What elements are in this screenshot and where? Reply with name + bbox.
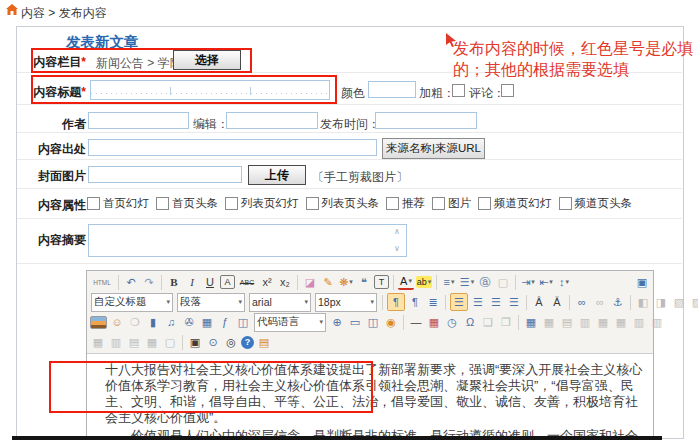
picture-frame-icon[interactable]: ▦ <box>199 314 215 330</box>
insert-col-left-icon[interactable]: ▥ <box>631 314 647 330</box>
sticker-icon[interactable]: ❍ <box>127 314 143 330</box>
upload-button[interactable]: 上传 <box>248 165 306 185</box>
align-center-icon[interactable]: ☰ <box>470 294 486 310</box>
merge-cells-icon[interactable]: ▦ <box>90 334 106 350</box>
checkbox[interactable] <box>306 197 319 210</box>
scroll-down-icon[interactable]: ∨ <box>394 245 400 253</box>
float-right-icon[interactable]: ◨ <box>653 294 669 310</box>
align-right-icon[interactable]: ☰ <box>488 294 504 310</box>
attr-picture[interactable]: 图片 <box>432 196 471 211</box>
paste-icon[interactable]: ▤ <box>256 334 272 350</box>
unordered-list-icon[interactable]: ☰ <box>459 274 475 290</box>
flash-icon[interactable]: ƒ <box>217 314 233 330</box>
clear-left-icon[interactable]: ▧ <box>671 294 687 310</box>
format-brush-icon[interactable]: ✎ <box>320 274 336 290</box>
checkbox[interactable] <box>87 197 100 210</box>
paragraph-select[interactable]: 段落▾ <box>177 293 245 312</box>
underline-icon[interactable]: U <box>202 274 218 290</box>
checkbox[interactable] <box>478 197 491 210</box>
select-column-button[interactable]: 选择 <box>173 50 241 70</box>
html-source-icon[interactable]: HTML <box>90 274 114 290</box>
omega-icon[interactable]: Ω <box>462 314 478 330</box>
boxed-text-icon[interactable]: A <box>220 275 235 289</box>
merge-down-icon[interactable]: ▦ <box>144 334 160 350</box>
comment-checkbox[interactable] <box>501 84 514 97</box>
calendar-icon[interactable]: ▦ <box>426 314 442 330</box>
align-left-icon[interactable]: ☰ <box>450 293 468 311</box>
superscript-icon[interactable]: x² <box>259 274 275 290</box>
cell-prop-icon[interactable]: ▥ <box>577 314 593 330</box>
delete-table-icon[interactable]: ▦ <box>541 314 557 330</box>
line-height-icon[interactable]: ↕ <box>556 274 572 290</box>
checkbox[interactable] <box>559 197 572 210</box>
strikethrough-icon[interactable]: ABC <box>237 274 257 290</box>
bold-checkbox[interactable] <box>452 84 465 97</box>
checkbox[interactable] <box>386 197 399 210</box>
font-select[interactable]: arial▾ <box>249 293 311 312</box>
web-icon[interactable]: ⊕ <box>329 314 345 330</box>
checkbox[interactable] <box>225 197 238 210</box>
anchor-icon[interactable]: ⚓ <box>610 294 626 310</box>
emoticon-icon[interactable]: ☺ <box>109 314 125 330</box>
comment-icon[interactable]: ❏ <box>480 314 496 330</box>
code-language-select[interactable]: 代码语言▾ <box>254 313 326 332</box>
subscript-icon[interactable]: x₂ <box>277 274 293 290</box>
preview-icon[interactable]: ⊙ <box>205 334 221 350</box>
ltr-paragraph-icon[interactable]: ¶ <box>387 293 405 311</box>
editor-input[interactable] <box>226 112 318 129</box>
indent-first-line-icon[interactable]: ⇥ <box>520 274 536 290</box>
checkbox[interactable] <box>432 197 445 210</box>
doc-new-icon[interactable]: ▢ <box>162 334 178 350</box>
unlink-icon[interactable]: ∞ <box>592 294 608 310</box>
float-left-icon[interactable]: ◧ <box>635 294 651 310</box>
blank-page-icon[interactable]: ▢ <box>495 274 511 290</box>
summary-textarea[interactable] <box>88 224 407 257</box>
author-input[interactable] <box>88 112 189 129</box>
merge-right-icon[interactable]: ▤ <box>126 334 142 350</box>
picture-icon[interactable] <box>90 316 107 329</box>
title-color-input[interactable] <box>368 81 416 98</box>
attr-home-slide[interactable]: 首页幻灯 <box>87 196 149 211</box>
cover-input[interactable] <box>88 166 242 183</box>
help-icon[interactable]: ? <box>241 336 254 349</box>
rtl-paragraph-icon[interactable]: ¶ <box>407 294 423 310</box>
italic-icon[interactable]: I <box>184 274 200 290</box>
page-break-icon[interactable]: ▭ <box>347 314 363 330</box>
style-select[interactable]: 自定义标题▾ <box>91 293 173 312</box>
attr-list-headline[interactable]: 列表页头条 <box>306 196 380 211</box>
clock-icon[interactable]: ◷ <box>444 314 460 330</box>
letter-spacing-down-icon[interactable]: Ǎ <box>549 294 565 310</box>
highlight-color-icon[interactable]: ab <box>416 276 432 288</box>
editor-content[interactable]: 十八大报告对社会主义核心价值体系建设提出了新部署新要求，强调“要深入开展社会主义… <box>87 354 653 436</box>
horizontal-rule-icon[interactable]: — <box>408 314 424 330</box>
checkbox[interactable] <box>156 197 169 210</box>
blockquote-icon[interactable]: ❝ <box>356 274 372 290</box>
split-cells-icon[interactable]: ▥ <box>108 334 124 350</box>
insert-row-above-icon[interactable]: ▦ <box>595 314 611 330</box>
undo-icon[interactable]: ↶ <box>123 274 139 290</box>
find-icon[interactable]: ◎ <box>223 334 239 350</box>
music-icon[interactable]: ♫ <box>163 314 179 330</box>
attr-channel-headline[interactable]: 频道页头条 <box>559 196 633 211</box>
fullscreen-icon[interactable]: ▣ <box>634 274 650 290</box>
table-prop-icon[interactable]: ▤ <box>559 314 575 330</box>
circled-a-icon[interactable]: ⓐ <box>477 274 493 290</box>
print-icon[interactable]: ▣ <box>187 334 203 350</box>
ordered-list-icon[interactable]: ≡ <box>441 274 457 290</box>
align-justify-icon[interactable]: ☰ <box>506 294 522 310</box>
insert-table-icon[interactable]: ▦ <box>523 314 539 330</box>
attr-channel-slide[interactable]: 频道页幻灯 <box>478 196 552 211</box>
indent-hanging-icon[interactable]: ⇤ <box>538 274 554 290</box>
attachment-icon[interactable]: ✇ <box>181 314 197 330</box>
text-box-icon[interactable]: T <box>374 275 389 289</box>
movie-icon[interactable]: ▮ <box>145 314 161 330</box>
media-icon[interactable]: ◫ <box>235 314 251 330</box>
paragraph-merge-icon[interactable]: ≣ <box>425 294 441 310</box>
comment-list-icon[interactable]: ❐ <box>498 314 514 330</box>
eraser-icon[interactable]: ◪ <box>302 274 318 290</box>
publish-time-input[interactable] <box>375 112 477 129</box>
clear-both-icon[interactable]: ▨ <box>689 294 698 310</box>
attr-home-headline[interactable]: 首页头条 <box>156 196 218 211</box>
title-input[interactable] <box>90 80 330 100</box>
scroll-up-icon[interactable]: ∧ <box>394 228 400 236</box>
